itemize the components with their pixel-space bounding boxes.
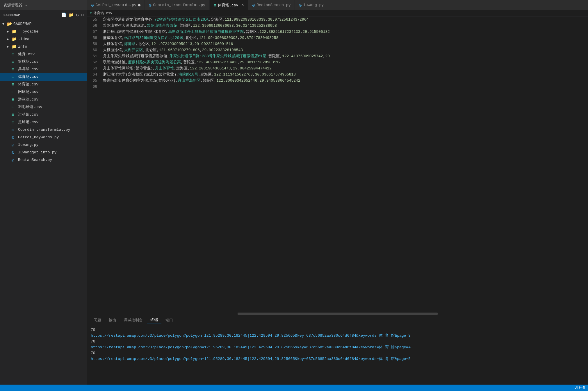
table-row: 62璞缇海游泳池,度假村路朱家尖璞缇海海景公寓,普陀区,122.40900167…	[87, 59, 588, 65]
tab-bar: ◎GetPoi_keywords.py◎Coordin_transformlat…	[87, 0, 588, 10]
line-content: 浙江舟山旅游与健康职业学院-体育馆,乌塘路浙江舟山群岛新区旅游与健康职业学院,普…	[102, 29, 588, 35]
sidebar-item-yundongguan[interactable]: ⊞运动馆.csv	[0, 111, 87, 119]
sidebar-item-label: 健身.csv	[18, 51, 35, 58]
file-icon: 📁	[12, 28, 17, 35]
sidebar-item-info[interactable]: ▶📁info	[0, 43, 87, 51]
sidebar-item-tiyuguan[interactable]: ⊞体育馆.csv	[0, 81, 87, 88]
editor-area: ⊞ 体育场.csv 55定海区岑港街道文化体育中心,72省道与岑柴路交叉口西南2…	[87, 10, 588, 385]
sidebar-item-lanqiu[interactable]: ⊞篮球场.csv	[0, 58, 87, 66]
file-icon: ⊞	[12, 104, 17, 110]
sidebar-item-youyongchi[interactable]: ⊞游泳池.csv	[0, 96, 87, 103]
line-number: 66	[87, 84, 102, 90]
breadcrumb-icon: ⊞	[90, 11, 92, 15]
sidebar-item-label: 网球场.csv	[18, 89, 38, 95]
table-row: 63舟山体育馆网球场(暂停营业),舟山体育馆,定海区,122.203198436…	[87, 65, 588, 71]
terminal-panel: 问题输出调试控制台终端端口 70https://restapi.amap.com…	[87, 315, 588, 385]
tab-icon: ◎	[252, 3, 255, 8]
tab-tab-rectansearch[interactable]: ◎RectanSearch.py	[248, 0, 295, 10]
line-content: 璞缇海游泳池,度假村路朱家尖璞缇海海景公寓,普陀区,122.4090016727…	[102, 59, 588, 65]
line-content: 定海区岑港街道文化体育中心,72省道与岑柴路交叉口西南20米,定海区,121.9…	[102, 17, 588, 23]
sidebar-item-label: 足球场.csv	[18, 119, 38, 125]
new-file-icon[interactable]: 📄	[61, 12, 67, 17]
main-area: GAODEMAP 📄 📁 ↻ ⊟ ▼📂GAODEMAP▶📁__pycache__…	[0, 10, 588, 385]
editor-scrollbar[interactable]	[87, 312, 588, 315]
line-number: 63	[87, 65, 102, 71]
line-content: 大棚游泳馆,大榭开发区,北仑区,121.96971092791806,29.90…	[102, 47, 588, 53]
file-icon: ⊞	[12, 119, 17, 125]
line-content	[102, 84, 588, 90]
sidebar-item-pycache[interactable]: ▶📁__pycache__	[0, 28, 87, 35]
terminal-tab-output[interactable]: 输出	[105, 316, 120, 324]
tab-tab-tiyuchang[interactable]: ⊞体育场.csv×	[210, 0, 248, 10]
sidebar-item-coordin_py[interactable]: ◎Coordin_transformlat.py	[0, 126, 87, 134]
sidebar-item-label: RectanSearch.py	[18, 157, 52, 163]
sidebar-item-zuqiu[interactable]: ⊞足球场.csv	[0, 119, 87, 126]
table-row: 61舟山朱家尖绿城威斯汀度假酒店游泳馆,朱家尖街道假日路1288号朱家尖绿城威斯…	[87, 53, 588, 59]
file-icon: ⊞	[12, 59, 17, 65]
sidebar: GAODEMAP 📄 📁 ↻ ⊟ ▼📂GAODEMAP▶📁__pycache__…	[0, 10, 87, 385]
code-lines[interactable]: 55定海区岑港街道文化体育中心,72省道与岑柴路交叉口西南20米,定海区,121…	[87, 17, 588, 312]
sidebar-item-getpoi_py[interactable]: ◎GetPoi_keywords.py	[0, 134, 87, 141]
file-icon: 📁	[12, 44, 17, 50]
breadcrumb-label: 体育场.csv	[93, 11, 112, 16]
sidebar-item-wangqiu[interactable]: ⊞网球场.csv	[0, 88, 87, 96]
line-number: 55	[87, 17, 102, 23]
line-content: 鲁家峙红石体育公园室外篮球场(暂停营业),舟山群岛新区,普陀区,122.3000…	[102, 78, 588, 84]
sidebar-root-label: GAODEMAP	[13, 21, 31, 27]
line-content: 盛威体育馆,枫江路与329国道交叉口西北120米,北仑区,121.9943908…	[102, 35, 588, 41]
file-icon: ⊞	[12, 66, 17, 73]
refresh-icon[interactable]: ↻	[76, 12, 79, 17]
sidebar-item-jiansheng[interactable]: ⊞健身.csv	[0, 51, 87, 58]
tab-tab-luwang[interactable]: ◎luwang.py	[295, 0, 328, 10]
sidebar-item-label: GetPoi_keywords.py	[18, 134, 59, 141]
titlebar-left: 资源管理器 ⋯	[0, 3, 87, 8]
sidebar-item-pingpang[interactable]: ⊞乒乓球.csv	[0, 66, 87, 73]
statusbar: UTF-8	[0, 385, 588, 391]
line-content: 舟山朱家尖绿城威斯汀度假酒店游泳馆,朱家尖街道假日路1288号朱家尖绿城威斯汀度…	[102, 53, 588, 59]
sidebar-item-gaodemap[interactable]: ▼📂GAODEMAP	[0, 20, 87, 28]
terminal-tab-debug[interactable]: 调试控制台	[120, 316, 146, 324]
explorer-label: 资源管理器	[3, 3, 22, 8]
folder-arrow: ▶	[7, 44, 12, 50]
sidebar-header: GAODEMAP 📄 📁 ↻ ⊟	[0, 10, 87, 20]
terminal-line: 70	[91, 327, 585, 333]
tab-tab-coordin[interactable]: ◎Coordin_transformlat.py	[145, 0, 210, 10]
sidebar-header-icons: 📄 📁 ↻ ⊟	[61, 12, 84, 17]
sidebar-item-label: 体育馆.csv	[18, 81, 38, 88]
sidebar-item-luwangget_py[interactable]: ◎luwangget_info.py	[0, 149, 87, 156]
titlebar: 资源管理器 ⋯ ◎GetPoi_keywords.py◎Coordin_tran…	[0, 0, 588, 10]
sidebar-item-yumao[interactable]: ⊞羽毛球馆.csv	[0, 103, 87, 111]
line-content: 大棚体育馆,海港路,北仑区,121.97249309050213,29.9022…	[102, 41, 588, 47]
sidebar-item-luwang_py[interactable]: ◎luwang.py	[0, 141, 87, 149]
folder-arrow: ▼	[2, 21, 7, 27]
file-icon: ◎	[12, 127, 17, 133]
terminal-line: 70	[91, 350, 585, 356]
scrollbar-thumb[interactable]	[238, 313, 438, 315]
sidebar-item-label: .idea	[18, 36, 29, 42]
sidebar-item-rectansearch_py[interactable]: ◎RectanSearch.py	[0, 156, 87, 164]
tab-tab-getpoi[interactable]: ◎GetPoi_keywords.py	[87, 0, 145, 10]
sidebar-item-idea[interactable]: ▶📁.idea	[0, 35, 87, 43]
terminal-tab-problems[interactable]: 问题	[90, 316, 105, 324]
tab-icon: ◎	[299, 3, 301, 8]
terminal-url: https://restapi.amap.com/v3/place/polygo…	[91, 333, 411, 338]
sidebar-tree: ▼📂GAODEMAP▶📁__pycache__▶📁.idea▶📁info ⊞健身…	[0, 20, 87, 385]
line-number: 60	[87, 47, 102, 53]
sidebar-item-label: 运动馆.csv	[18, 112, 38, 118]
breadcrumb: ⊞ 体育场.csv	[87, 10, 588, 17]
terminal-tabs: 问题输出调试控制台终端端口	[87, 315, 588, 325]
modified-dot	[138, 4, 140, 6]
new-folder-icon[interactable]: 📁	[69, 12, 74, 17]
sidebar-item-tiyuchang[interactable]: ⊞体育场.csv	[0, 73, 87, 81]
folder-arrow: ▶	[7, 28, 12, 35]
terminal-line: https://restapi.amap.com/v3/place/polygo…	[91, 333, 585, 339]
sidebar-item-label: Coordin_transformlat.py	[18, 127, 70, 133]
terminal-tab-terminal[interactable]: 终端	[147, 316, 161, 324]
terminal-tab-port[interactable]: 端口	[162, 316, 177, 324]
sidebar-item-label: 篮球场.csv	[18, 59, 38, 65]
close-tab-button[interactable]: ×	[241, 3, 244, 8]
editor-content: 55定海区岑港街道文化体育中心,72省道与岑柴路交叉口西南20米,定海区,121…	[87, 17, 588, 312]
table-row: 64浙江海洋大学(定海校区)游泳馆(暂停营业),海院路18号,定海区,122.1…	[87, 71, 588, 78]
more-icon[interactable]: ⋯	[25, 3, 27, 8]
collapse-icon[interactable]: ⊟	[81, 12, 84, 17]
